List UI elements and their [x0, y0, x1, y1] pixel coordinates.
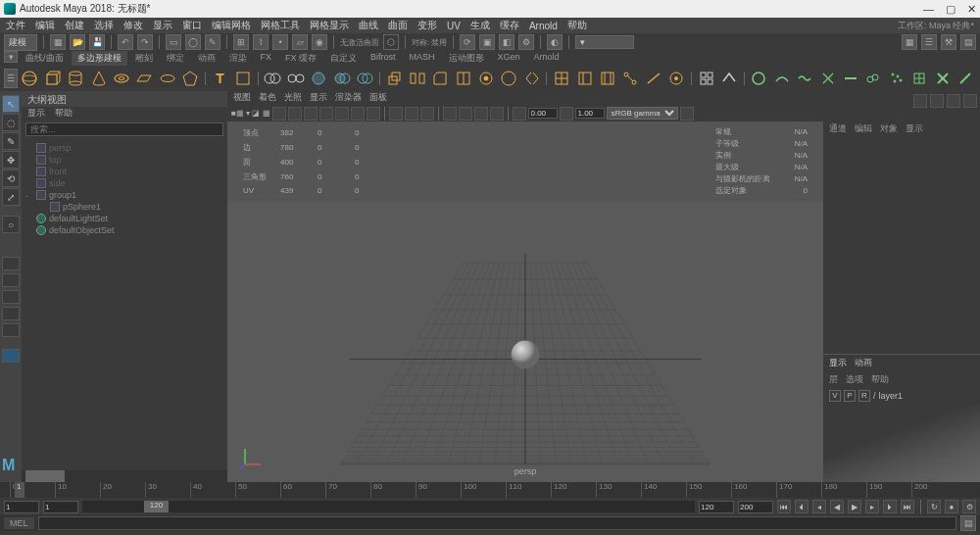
outliner-menu[interactable]: 帮助 [55, 107, 73, 121]
time-slider[interactable]: 0102030405060708090100110120130140150160… [0, 482, 980, 498]
sculpt-knife-icon[interactable] [955, 68, 975, 89]
vp-colorspace-select[interactable]: sRGB gamma [607, 107, 678, 120]
sculpt-smooth-icon[interactable] [771, 68, 792, 89]
menu-item[interactable]: 生成 [470, 19, 490, 32]
viewport-menu[interactable]: 视图 [233, 91, 251, 105]
offset-edge-icon[interactable] [597, 68, 617, 89]
vp-motion-icon[interactable] [459, 107, 472, 121]
last-tool-icon[interactable]: ○ [2, 216, 20, 233]
menu-item[interactable]: 曲线 [359, 19, 378, 32]
outliner-item[interactable]: side [25, 177, 223, 189]
vp-aa-icon[interactable] [474, 107, 488, 121]
poly-platonic-icon[interactable] [179, 68, 200, 89]
channel-box-icon[interactable]: ▤ [960, 34, 976, 50]
menu-item[interactable]: 选择 [94, 19, 114, 32]
poly-torus-icon[interactable] [111, 68, 131, 89]
range-start-input[interactable] [4, 501, 39, 513]
viewport-menu[interactable]: 渲染器 [335, 91, 362, 105]
target-weld-icon[interactable] [665, 68, 686, 89]
minimize-icon[interactable]: — [923, 3, 934, 16]
bridge-icon[interactable] [407, 68, 427, 89]
goto-end-icon[interactable]: ⏭ [901, 500, 914, 513]
chb-tab[interactable]: 通道 [829, 122, 847, 135]
outliner-item[interactable]: -group1 [25, 189, 223, 201]
attr-editor-icon[interactable]: ☰ [921, 34, 937, 50]
snap-plane-icon[interactable]: ▱ [292, 34, 308, 50]
sculpt-repeat-icon[interactable] [908, 68, 929, 89]
shelf-tab[interactable]: 绑定 [161, 51, 190, 66]
vp-light-icon[interactable] [351, 107, 365, 121]
fill-hole-icon[interactable] [475, 68, 496, 89]
poly-cylinder-icon[interactable] [65, 68, 85, 89]
extrude-icon[interactable] [384, 68, 405, 89]
shelf-tab[interactable]: 运动图形 [443, 51, 490, 66]
vp-gamma-icon[interactable] [560, 107, 573, 121]
outliner-item[interactable]: top [25, 154, 223, 166]
range-end-input[interactable] [699, 501, 734, 513]
select-icon[interactable]: ▭ [166, 34, 181, 50]
snap-point-icon[interactable]: • [272, 34, 288, 50]
menu-item[interactable]: 显示 [153, 19, 172, 32]
layer-menu[interactable]: 选项 [846, 373, 863, 386]
menu-item[interactable]: 修改 [123, 19, 143, 32]
menu-item[interactable]: 网格显示 [310, 19, 349, 32]
panel-layout-icon[interactable]: ▦ [902, 34, 917, 50]
chb-tab[interactable]: 显示 [906, 122, 923, 135]
layer-tab[interactable]: 显示 [829, 357, 847, 369]
chb-tab[interactable]: 编辑 [855, 122, 872, 135]
outliner-scrollbar[interactable] [22, 470, 227, 482]
layer-ref-flag[interactable]: R [858, 390, 870, 402]
shelf-menu-icon[interactable]: ▾ [4, 51, 18, 63]
script-editor-icon[interactable]: ▤ [960, 515, 976, 531]
menu-item[interactable]: Arnold [529, 21, 558, 31]
vp-cm-icon[interactable] [680, 107, 694, 121]
paint-tool-icon[interactable]: ✎ [2, 132, 20, 150]
shelf-tab[interactable]: FX 缓存 [279, 51, 322, 66]
save-scene-icon[interactable]: 💾 [89, 34, 105, 50]
menu-item[interactable]: 编辑 [35, 19, 55, 32]
menu-item[interactable]: 变形 [417, 19, 437, 32]
vp-gate-icon[interactable] [288, 107, 302, 121]
poly-sphere-icon[interactable] [20, 68, 40, 89]
vp-xrayj-icon[interactable] [420, 107, 434, 121]
poly-disc-icon[interactable] [157, 68, 177, 89]
goto-start-icon[interactable]: ⏮ [777, 500, 791, 513]
bool-diff-icon[interactable] [331, 68, 352, 89]
shelf-tab[interactable]: XGen [492, 51, 526, 66]
shelf-options-icon[interactable]: ☰ [4, 69, 18, 88]
range-slider[interactable]: 120 [82, 501, 695, 512]
redo-icon[interactable]: ↷ [137, 34, 153, 50]
play-back-icon[interactable]: ◀ [830, 500, 844, 513]
chb-icon[interactable] [930, 94, 944, 108]
new-scene-icon[interactable]: ▦ [50, 34, 66, 50]
hypershade-icon[interactable]: ◐ [547, 34, 563, 50]
vp-shadow-icon[interactable] [367, 107, 380, 121]
outliner-item[interactable]: pSphere1 [25, 201, 223, 213]
viewport-menu[interactable]: 面板 [369, 91, 387, 105]
poly-cone-icon[interactable] [88, 68, 109, 89]
layout-custom-icon[interactable] [2, 349, 20, 363]
render-icon[interactable]: ▣ [479, 34, 495, 50]
shelf-tab[interactable]: 雕刻 [129, 51, 159, 66]
layout-h-icon[interactable] [2, 323, 20, 337]
rotate-tool-icon[interactable]: ⟲ [2, 170, 20, 187]
sculpt-pinch-icon[interactable] [817, 68, 838, 89]
quad-draw-icon[interactable] [696, 68, 716, 89]
next-key-icon[interactable]: ▸ [865, 500, 879, 513]
layout-four-icon[interactable] [2, 273, 20, 287]
layer-play-flag[interactable]: P [844, 390, 856, 402]
vp-shade-icon[interactable] [319, 107, 333, 121]
play-fwd-icon[interactable]: ▶ [848, 500, 861, 513]
shelf-tab[interactable]: 自定义 [324, 51, 363, 66]
vp-exposure-icon[interactable] [513, 107, 526, 121]
bool-inter-icon[interactable] [354, 68, 374, 89]
menu-item[interactable]: 缓存 [500, 19, 519, 32]
vp-far-input[interactable] [575, 108, 605, 119]
outliner-menu[interactable]: 显示 [27, 107, 45, 121]
tool-settings-icon[interactable]: ⚒ [941, 34, 956, 50]
outliner-item[interactable]: defaultObjectSet [25, 224, 223, 236]
chb-icon[interactable] [947, 94, 960, 108]
cmd-lang-label[interactable]: MEL [4, 517, 34, 529]
input-field[interactable]: ▾ [575, 35, 634, 49]
vp-wire-icon[interactable] [304, 107, 318, 121]
